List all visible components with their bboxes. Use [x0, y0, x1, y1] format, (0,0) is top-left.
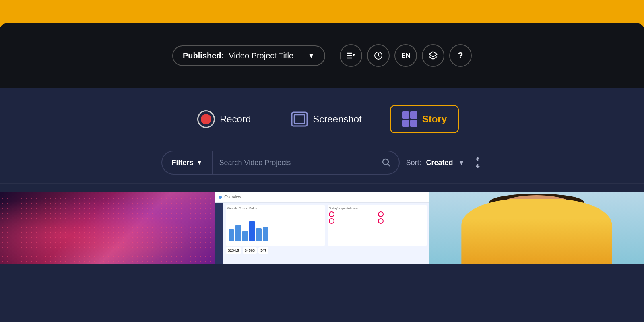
chevron-down-icon: ▼ [308, 52, 315, 60]
thumbnail-3[interactable] [429, 192, 644, 264]
record-label: Record [220, 114, 251, 125]
story-grid-icon [402, 111, 417, 127]
story-icon [402, 111, 417, 127]
checklist-button[interactable] [340, 44, 362, 67]
screenshot-icon [291, 111, 308, 127]
svg-marker-4 [429, 52, 437, 57]
search-icon [374, 158, 399, 167]
header-icons: EN ? [340, 44, 472, 67]
screenshot-label: Screenshot [313, 114, 361, 125]
dots-overlay [0, 192, 215, 264]
stat-card-1: $234,5 [226, 247, 241, 254]
filters-label: Filters [172, 159, 194, 167]
sort-label: Sort: [406, 159, 421, 167]
yellow-bar [0, 0, 644, 23]
search-container: Filters ▼ [161, 151, 400, 175]
filters-button[interactable]: Filters ▼ [162, 151, 213, 174]
record-icon [197, 110, 215, 128]
chart-area [227, 211, 324, 243]
svg-rect-6 [294, 115, 305, 124]
language-label: EN [401, 52, 410, 59]
language-button[interactable]: EN [394, 44, 417, 67]
sort-area: Sort: Created ▼ [406, 157, 483, 168]
sort-chevron-icon[interactable]: ▼ [458, 159, 465, 167]
header-center: Published: Video Project Title ▼ [172, 44, 472, 67]
svg-point-7 [383, 159, 388, 165]
dashboard-dot [219, 196, 222, 199]
help-button[interactable]: ? [449, 44, 472, 67]
record-dot-inner [201, 114, 211, 124]
bar-5 [256, 228, 262, 241]
action-area: Record Screenshot [0, 88, 644, 147]
project-title: Video Project Title [229, 51, 293, 60]
dashboard-sidebar [215, 203, 223, 264]
dashboard-main: Weekly Report Sales [223, 203, 429, 264]
search-area: Filters ▼ Sort: Created ▼ [0, 147, 644, 183]
bar-1 [229, 229, 234, 241]
stat-card-2: $4563 [243, 247, 257, 254]
record-button[interactable]: Record [185, 104, 263, 134]
story-button[interactable]: Story [390, 105, 459, 133]
stat-card-3: 347 [258, 247, 268, 254]
dashboard-content: Weekly Report Sales [215, 203, 429, 264]
thumbnail-1[interactable] [0, 192, 215, 264]
help-label: ? [458, 50, 463, 61]
search-input[interactable] [213, 151, 374, 174]
story-label: Story [422, 114, 447, 125]
record-dot [197, 110, 215, 128]
filters-chevron-icon: ▼ [197, 159, 202, 166]
layers-button[interactable] [422, 44, 444, 67]
history-button[interactable] [367, 44, 390, 67]
bar-2 [235, 225, 241, 241]
sort-value: Created [426, 159, 453, 167]
person-silhouette [462, 199, 612, 264]
stats-row: $234,5 $4563 347 [226, 247, 427, 254]
bar-3 [242, 231, 248, 241]
bar-6 [263, 227, 268, 241]
dashboard-title: Overview [224, 195, 241, 199]
project-status: Published: [183, 51, 224, 60]
main-area: Published: Video Project Title ▼ [0, 23, 644, 322]
screenshot-button[interactable]: Screenshot [279, 105, 374, 133]
project-title-dropdown[interactable]: Published: Video Project Title ▼ [172, 45, 325, 66]
bar-4 [249, 221, 255, 241]
sort-order-button[interactable] [473, 157, 483, 168]
thumbnails-area: Overview Weekly Report Sales [0, 184, 644, 264]
thumbnail-2[interactable]: Overview Weekly Report Sales [215, 192, 429, 264]
svg-line-8 [388, 164, 390, 167]
dashboard-header: Overview [215, 192, 429, 203]
app-container: Published: Video Project Title ▼ [0, 0, 644, 322]
dashboard-inner: Overview Weekly Report Sales [215, 192, 429, 264]
header-bar: Published: Video Project Title ▼ [0, 23, 644, 88]
